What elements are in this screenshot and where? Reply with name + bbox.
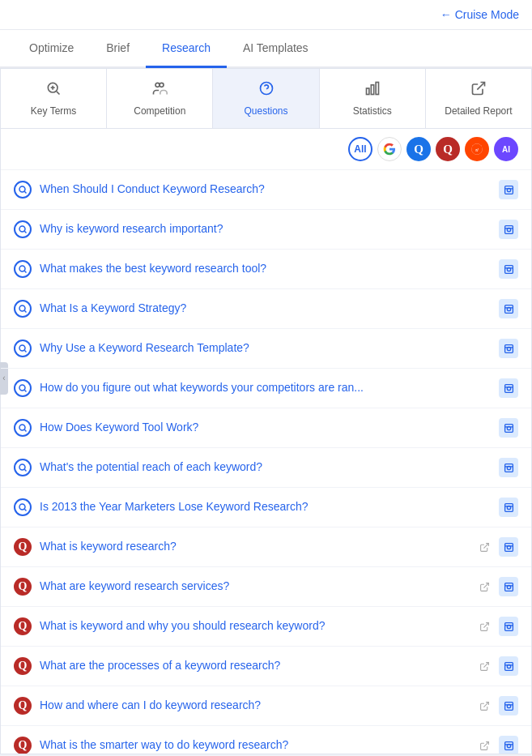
svg-rect-21 [504, 225, 513, 233]
question-text[interactable]: When Should I Conduct Keyword Research? [40, 182, 491, 198]
tab-research[interactable]: Research [146, 30, 227, 68]
capture-icon[interactable] [499, 259, 518, 279]
external-link-icon[interactable] [475, 617, 494, 636]
svg-line-59 [483, 543, 488, 548]
question-text[interactable]: Why Use a Keyword Research Template? [40, 340, 491, 357]
capture-icon[interactable] [499, 696, 518, 715]
capture-icon[interactable] [499, 617, 518, 636]
capture-icon[interactable] [499, 656, 518, 676]
svg-rect-72 [504, 662, 513, 670]
question-actions [499, 498, 518, 517]
question-text[interactable]: What Is a Keyword Strategy? [40, 301, 491, 317]
svg-point-44 [19, 425, 25, 430]
question-text[interactable]: How and where can I do keyword research? [40, 698, 466, 714]
question-text[interactable]: Why is keyword research important? [40, 221, 491, 237]
question-text[interactable]: How do you figure out what keywords your… [40, 380, 491, 396]
capture-icon[interactable] [499, 537, 518, 557]
capture-icon[interactable] [499, 498, 518, 517]
quora-icon: Q [14, 737, 32, 754]
filter-quora-button[interactable]: Q [436, 137, 460, 161]
question-text[interactable]: What is keyword and why you should resea… [40, 618, 466, 634]
search-icon [14, 300, 32, 318]
svg-rect-10 [376, 83, 378, 95]
svg-line-30 [24, 310, 26, 312]
svg-rect-36 [504, 344, 513, 352]
questions-icon [258, 80, 275, 100]
cruise-mode-button[interactable]: ← Cruise Mode [440, 8, 519, 21]
sub-tab-detailed-report[interactable]: Detailed Report [426, 69, 531, 128]
sub-tab-questions[interactable]: Questions [213, 69, 319, 128]
quora-icon: Q [14, 617, 32, 635]
key-terms-icon [45, 80, 62, 100]
filter-all-button[interactable]: All [348, 137, 372, 161]
filter-google-button[interactable] [377, 137, 402, 161]
tab-brief[interactable]: Brief [90, 30, 146, 68]
capture-icon[interactable] [499, 299, 518, 318]
external-link-icon[interactable] [475, 736, 494, 754]
search-icon [14, 379, 32, 397]
svg-rect-51 [504, 463, 513, 472]
question-item: Why is keyword research important? [1, 210, 531, 250]
svg-point-14 [19, 186, 25, 192]
svg-rect-64 [504, 583, 513, 591]
question-actions [499, 220, 518, 239]
question-text[interactable]: What are keyword research services? [40, 579, 466, 595]
svg-line-1 [57, 92, 60, 95]
question-text[interactable]: What is the smarter way to do keyword re… [40, 737, 466, 754]
svg-line-11 [477, 83, 484, 90]
question-text[interactable]: What are the processes of a keyword rese… [40, 658, 466, 674]
question-actions [475, 537, 518, 557]
capture-icon[interactable] [499, 577, 518, 596]
sub-tab-competition[interactable]: Competition [107, 69, 213, 128]
question-item: Q What is the smarter way to do keyword … [1, 726, 531, 754]
question-text[interactable]: What's the potential reach of each keywo… [40, 459, 491, 476]
filter-ai-button[interactable]: AI [494, 137, 518, 161]
main-tab-bar: Optimize Brief Research AI Templates [0, 30, 532, 68]
capture-icon[interactable] [499, 220, 518, 239]
quora-icon: Q [14, 538, 32, 556]
quora-icon: Q [14, 657, 32, 675]
external-link-icon[interactable] [475, 656, 494, 676]
svg-line-55 [24, 509, 26, 510]
capture-icon[interactable] [499, 418, 518, 438]
question-text[interactable]: Is 2013 the Year Marketers Lose Keyword … [40, 499, 491, 515]
question-actions [499, 458, 518, 477]
capture-icon[interactable] [499, 339, 518, 358]
svg-rect-9 [371, 85, 373, 95]
capture-icon[interactable] [499, 378, 518, 398]
external-link-icon[interactable] [475, 577, 494, 596]
external-link-icon[interactable] [475, 696, 494, 715]
sub-tab-statistics[interactable]: Statistics [320, 69, 426, 128]
svg-rect-31 [504, 305, 513, 313]
question-text[interactable]: How Does Keyword Tool Work? [40, 420, 491, 436]
svg-rect-80 [504, 741, 513, 750]
filter-quora-search-button[interactable]: Q [406, 137, 431, 161]
key-terms-label: Key Terms [31, 105, 76, 117]
question-actions [499, 259, 518, 279]
svg-point-5 [160, 83, 164, 87]
capture-icon[interactable] [499, 458, 518, 477]
question-item: What makes the best keyword research too… [1, 250, 531, 289]
external-link-icon[interactable] [475, 537, 494, 557]
question-text[interactable]: What is keyword research? [40, 539, 466, 555]
svg-line-75 [483, 702, 488, 707]
question-list: When Should I Conduct Keyword Research? … [1, 170, 531, 754]
capture-icon[interactable] [499, 180, 518, 199]
question-actions [499, 299, 518, 318]
question-actions [475, 577, 518, 596]
svg-line-79 [483, 741, 488, 746]
question-item: What Is a Keyword Strategy? [1, 289, 531, 329]
capture-icon[interactable] [499, 736, 518, 754]
search-icon [14, 220, 32, 238]
tab-ai-templates[interactable]: AI Templates [227, 30, 325, 68]
svg-rect-16 [504, 186, 513, 194]
search-icon [14, 498, 32, 516]
detailed-report-label: Detailed Report [445, 105, 512, 117]
sub-tab-key-terms[interactable]: Key Terms [1, 69, 107, 128]
filter-reddit-button[interactable]: r/ [465, 137, 489, 161]
tab-optimize[interactable]: Optimize [13, 30, 90, 68]
svg-line-20 [24, 231, 26, 233]
competition-icon [151, 80, 168, 100]
question-item: Is 2013 the Year Marketers Lose Keyword … [1, 488, 531, 527]
question-text[interactable]: What makes the best keyword research too… [40, 261, 491, 277]
